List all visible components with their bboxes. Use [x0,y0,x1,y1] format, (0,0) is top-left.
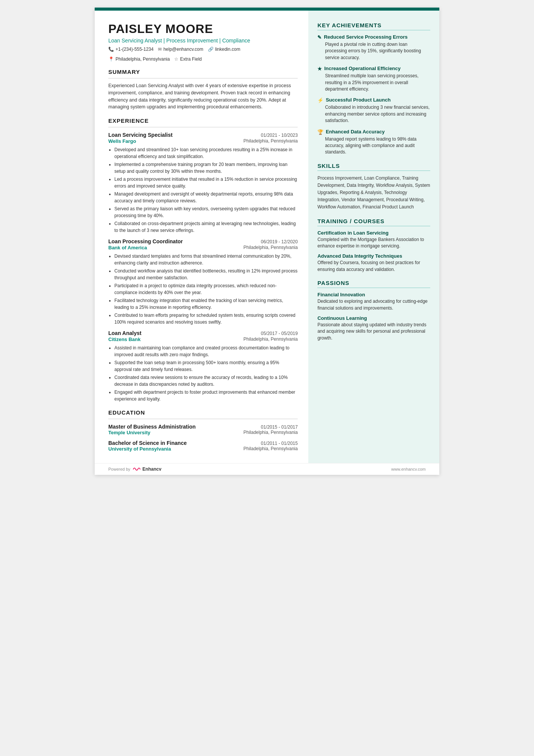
training-2-desc: Offered by Coursera, focusing on best pr… [317,260,430,273]
achievement-2-desc: Streamlined multiple loan servicing proc… [317,73,430,92]
list-item: Facilitated technology integration that … [114,297,298,311]
job-3-title: Loan Analyst [108,330,141,336]
top-accent-bar [95,8,439,11]
training-1-desc: Completed with the Mortgage Bankers Asso… [317,236,430,250]
achievement-1-desc: Played a pivotal role in cutting down lo… [317,41,430,61]
list-item: Conducted workflow analysis that identif… [114,268,298,281]
achievement-3: ⚡ Successful Product Launch Collaborated… [317,97,430,124]
contact-info: 📞 +1-(234)-555-1234 ✉ help@enhancv.com 🔗… [108,47,298,62]
list-item: Managed development and oversight of wee… [114,191,298,204]
edu-2-header: Bachelor of Science in Finance 01/2011 -… [108,440,298,446]
education-1: Master of Business Administration 01/201… [108,424,298,435]
edu-2-school: University of Pennsylvania [108,446,171,452]
achievement-4-title: Enhanced Data Accuracy [326,129,385,135]
achievement-1: ✎ Reduced Service Processing Errors Play… [317,34,430,61]
extra-field-contact: ☆ Extra Field [174,56,201,62]
candidate-title: Loan Servicing Analyst | Process Improve… [108,38,298,44]
linkedin-contact: 🔗 linkedin.com [208,47,240,52]
job-1-title: Loan Servicing Specialist [108,132,173,138]
passion-2: Continuous Learning Passionate about sta… [317,315,430,341]
list-item: Coordinated data review sessions to ensu… [114,374,298,388]
passion-1: Financial Innovation Dedicated to explor… [317,292,430,311]
edu-1-dates: 01/2015 - 01/2017 [261,424,298,430]
job-2-company-location: Bank of America Philadelphia, Pennsylvan… [108,245,298,250]
list-item: Supported the loan setup team in process… [114,359,298,373]
email-contact: ✉ help@enhancv.com [158,47,203,52]
achievement-4: 🏆 Enhanced Data Accuracy Managed report … [317,129,430,156]
resume-wrapper: PAISLEY MOORE Loan Servicing Analyst | P… [95,8,439,475]
edu-2-degree: Bachelor of Science in Finance [108,440,187,446]
summary-divider [108,78,298,78]
experience-divider [108,127,298,127]
job-2: Loan Processing Coordinator 06/2019 - 12… [108,238,298,326]
skills-divider [317,171,430,171]
achievement-4-icon: 🏆 [317,129,323,135]
achievement-3-icon: ⚡ [317,97,323,103]
job-2-title: Loan Processing Coordinator [108,238,183,244]
training-2-title: Advanced Data Integrity Techniques [317,253,430,259]
star-icon: ☆ [174,56,178,62]
achievement-2-header: ★ Increased Operational Efficiency [317,66,430,72]
header: PAISLEY MOORE Loan Servicing Analyst | P… [108,22,298,62]
edu-2-location: Philadelphia, Pennsylvania [244,446,298,452]
job-1-company-location: Wells Fargo Philadelphia, Pennsylvania [108,138,298,144]
job-1-location: Philadelphia, Pennsylvania [244,138,298,144]
edu-1-degree: Master of Business Administration [108,424,196,430]
passion-2-desc: Passionate about staying updated with in… [317,322,430,341]
achievement-2-icon: ★ [317,66,322,72]
phone-contact: 📞 +1-(234)-555-1234 [108,47,153,52]
right-column: KEY ACHIEVEMENTS ✎ Reduced Service Proce… [308,11,439,463]
experience-section-title: EXPERIENCE [108,117,298,124]
list-item: Developed and streamlined 10+ loan servi… [114,146,298,160]
candidate-name: PAISLEY MOORE [108,22,298,36]
achievement-1-header: ✎ Reduced Service Processing Errors [317,34,430,40]
achievement-3-title: Successful Product Launch [326,97,390,103]
training-section-title: TRAINING / COURSES [317,218,430,224]
enhancv-logo: Enhancv [133,466,161,472]
list-item: Engaged with department projects to fost… [114,389,298,402]
main-content: PAISLEY MOORE Loan Servicing Analyst | P… [95,11,439,463]
achievement-1-icon: ✎ [317,34,322,40]
training-divider [317,226,430,226]
phone-number: +1-(234)-555-1234 [116,47,153,52]
left-column: PAISLEY MOORE Loan Servicing Analyst | P… [95,11,308,463]
footer-left: Powered by Enhancv [108,466,161,472]
job-3-dates: 05/2017 - 05/2019 [261,331,298,336]
list-item: Implemented a comprehensive training pro… [114,161,298,175]
summary-text: Experienced Loan Servicing Analyst with … [108,82,298,111]
education-divider [108,419,298,419]
edu-1-school-location: Temple University Philadelphia, Pennsylv… [108,430,298,435]
training-1: Certification in Loan Servicing Complete… [317,230,430,250]
powered-by-text: Powered by [108,467,130,471]
training-2: Advanced Data Integrity Techniques Offer… [317,253,430,273]
job-2-dates: 06/2019 - 12/2020 [261,239,298,244]
achievement-1-title: Reduced Service Processing Errors [324,34,408,40]
job-3-location: Philadelphia, Pennsylvania [244,337,298,342]
edu-1-school: Temple University [108,430,150,435]
phone-icon: 📞 [108,47,114,52]
footer-website: www.enhancv.com [391,467,426,471]
passion-1-title: Financial Innovation [317,292,430,297]
job-3: Loan Analyst 05/2017 - 05/2019 Citizens … [108,330,298,402]
passions-section-title: PASSIONS [317,280,430,286]
achievement-4-desc: Managed report systems leading to 98% da… [317,136,430,156]
passions-divider [317,288,430,288]
job-3-company: Citizens Bank [108,337,141,342]
job-2-location: Philadelphia, Pennsylvania [244,245,298,250]
edu-2-dates: 01/2011 - 01/2015 [261,441,298,446]
achievement-3-header: ⚡ Successful Product Launch [317,97,430,103]
achievement-3-desc: Collaborated in introducing 3 new financ… [317,104,430,124]
footer: Powered by Enhancv www.enhancv.com [95,463,439,475]
enhancv-wordmark-icon [133,466,141,472]
job-3-company-location: Citizens Bank Philadelphia, Pennsylvania [108,337,298,342]
extra-field-text: Extra Field [180,56,201,62]
passion-1-desc: Dedicated to exploring and advocating fo… [317,298,430,311]
achievement-2-title: Increased Operational Efficiency [324,66,401,71]
education-section-title: EDUCATION [108,409,298,416]
brand-name: Enhancv [142,466,161,472]
job-3-header: Loan Analyst 05/2017 - 05/2019 [108,330,298,336]
job-1-dates: 01/2021 - 10/2023 [261,133,298,138]
passion-2-title: Continuous Learning [317,315,430,321]
achievement-4-header: 🏆 Enhanced Data Accuracy [317,129,430,135]
list-item: Assisted in maintaining loan compliance … [114,344,298,358]
